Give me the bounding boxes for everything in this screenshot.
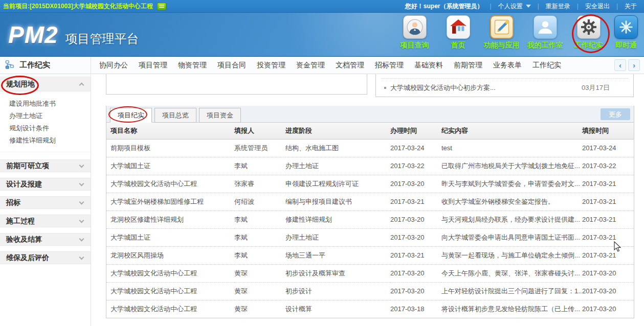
topbar: 当前项目:[2015DX01003]大学城校园文化活动中心工程 您好！super… (0, 0, 644, 13)
table-row[interactable]: 大学城国土证 李斌 办理土地证 2017-03-22 已取得广州市地税局关于大学… (106, 157, 634, 175)
table-row[interactable]: 大学城国土证 李斌 办理土地证 2017-03-20 向大学城管委会申请出具同意… (106, 228, 634, 246)
shortcut-project-query[interactable]: 项目查询 (393, 15, 436, 50)
sidebar-group-design[interactable]: 设计及报建 (0, 178, 91, 191)
shortcut-messenger[interactable]: 即时通 (610, 15, 642, 50)
table-row[interactable]: 龙洞校区风雨操场 李斌 场地三通一平 2017-03-21 与黄琛一起看现场，与… (106, 246, 634, 264)
cell-stage: 办理土地证 (285, 157, 390, 175)
chevron-down-icon (79, 199, 84, 204)
cell-handle-date: 2017-03-18 (390, 300, 441, 318)
shortcut-functions[interactable]: 功能与应用 (480, 15, 523, 50)
nav-item[interactable]: 前期管理 (454, 61, 482, 70)
personal-settings-link[interactable]: 个人设置 (498, 2, 531, 11)
tab-project-overview[interactable]: 项目总览 (154, 108, 196, 123)
cell-stage: 设计概算 (285, 300, 390, 318)
tab-project-funds[interactable]: 项目资金 (199, 108, 241, 123)
cell-report-date: 2017-03-21 (582, 211, 634, 228)
shortcut-work-record[interactable]: 工作纪实 (567, 15, 610, 50)
cell-report-date: 2017-03-20 (582, 264, 634, 282)
sidebar-group-feasibility[interactable]: 前期可研立项 (0, 159, 91, 172)
shortcut-my-workspace[interactable]: 我的工作室 (523, 15, 567, 50)
module-navbar: 协同办公项目管理物资管理项目合同投资管理资金管理文档管理招标管理基础资料前期管理… (91, 57, 644, 74)
cell-project-name: 大学城校园文化活动中心工程 (106, 300, 234, 318)
nav-item[interactable]: 物资管理 (178, 61, 207, 70)
cell-report-date: 2017-03-24 (582, 139, 634, 157)
safe-logout-link[interactable]: 安全退出 (585, 2, 610, 11)
notice-item[interactable]: 大学城校园文化活动中心初步方案... 03月17日 (381, 78, 628, 97)
cell-report-date: 2017-03-20 (582, 300, 634, 318)
cell-project-name: 龙洞校区风雨操场 (106, 246, 234, 264)
cell-reporter: 系统管理员 (234, 139, 285, 157)
nav-item[interactable]: 项目合同 (217, 61, 246, 70)
cell-handle-date: 2017-03-20 (390, 264, 441, 282)
tab-project-record[interactable]: 项目纪实 (110, 108, 152, 123)
cell-stage: 办理土地证 (285, 228, 390, 246)
project-switch-icon[interactable] (157, 3, 166, 10)
top-left-panel (106, 74, 367, 95)
cell-project-name: 前期项目模板 (106, 139, 234, 157)
cell-project-name: 大学城校园文化活动中心工程 (106, 282, 234, 300)
sidebar-subitem[interactable]: 修建性详细规划 (0, 134, 91, 147)
col-record-content: 纪实内容 (441, 123, 582, 139)
nav-item[interactable]: 基础资料 (414, 61, 443, 70)
table-row[interactable]: 大学城校园文化活动中心工程 黄琛 初步设计 2017-03-20 上午对轻纺设计… (106, 282, 634, 300)
relogin-link[interactable]: 重新登录 (546, 2, 570, 11)
cell-record-content: 与天河规划局经办联系，经办要求设计提供建... (441, 211, 582, 228)
sidebar-group-planning-land[interactable]: 规划用地 (0, 77, 91, 91)
shortcut-home[interactable]: 首页 (436, 15, 480, 50)
cell-record-content: 上午对轻纺设计院提出三个问题进行了回复：1... (441, 282, 582, 300)
nav-next-button[interactable]: › (628, 59, 640, 71)
nav-item[interactable]: 投资管理 (257, 61, 285, 70)
col-project-name: 项目名称 (106, 123, 234, 139)
cell-handle-date: 2017-03-20 (390, 228, 441, 246)
nav-item[interactable]: 业务表单 (493, 61, 522, 70)
shortcut-label: 工作纪实 (574, 41, 603, 50)
gear-icon (577, 15, 601, 39)
cell-record-content: 与黄琛一起看现场，与施工单位确定余土倾倒... (441, 246, 582, 264)
nav-item[interactable]: 工作纪实 (532, 61, 561, 70)
nav-item[interactable]: 项目管理 (139, 61, 167, 70)
sidebar-group-bidding[interactable]: 招标 (0, 196, 91, 209)
nav-item[interactable]: 协同办公 (99, 61, 128, 70)
nav-item[interactable]: 招标管理 (375, 61, 404, 70)
table-header-row: 项目名称 填报人 进度阶段 办理时间 纪实内容 填报时间 (106, 123, 634, 139)
sidebar-group-construction[interactable]: 施工过程 (0, 215, 91, 227)
chevron-down-icon (526, 5, 531, 8)
table-row[interactable]: 大学城室外钢楼梯加固维修工程 何绍波 编制与申报项目建议书 2017-03-21… (106, 193, 634, 211)
chevron-up-icon (79, 83, 84, 88)
cell-stage: 初步设计 (285, 282, 390, 300)
bullet-icon (384, 87, 386, 89)
tree-icon (5, 60, 15, 71)
cell-project-name: 大学城校园文化活动中心工程 (106, 175, 234, 193)
sidebar-subitem[interactable]: 办理土地证 (0, 110, 91, 122)
table-row[interactable]: 前期项目模板 系统管理员 结构、水电施工图 2017-03-24 test 20… (106, 139, 634, 157)
sidebar-subitem[interactable]: 建设用地批准书 (0, 98, 91, 110)
cell-record-content: 收到大学城室外钢楼梯安全鉴定报告。 (441, 193, 582, 211)
nav-item[interactable]: 资金管理 (296, 61, 325, 70)
notice-text[interactable]: 大学城校园文化活动中心初步方案... (390, 83, 496, 92)
table-row[interactable]: 大学城校园文化活动中心工程 张家睿 申领建设工程规划许可证 2017-03-20… (106, 175, 634, 193)
cell-report-date: 2017-03-21 (582, 228, 634, 246)
sidebar-subitem[interactable]: 规划设计条件 (0, 122, 91, 134)
cell-handle-date: 2017-03-20 (390, 211, 441, 228)
nav-prev-button[interactable]: ‹ (614, 59, 626, 71)
nav-item[interactable]: 文档管理 (336, 61, 364, 70)
cell-handle-date: 2017-03-21 (390, 193, 441, 211)
table-row[interactable]: 大学城校园文化活动中心工程 黄琛 初步设计及概算审查 2017-03-20 今天… (106, 264, 634, 282)
header-shortcuts: 项目查询 首页 功能与应用 我的工作室 (393, 15, 642, 50)
cell-reporter: 李斌 (234, 228, 285, 246)
more-button[interactable]: 更多 (601, 108, 630, 120)
about-link[interactable]: 关于 (625, 2, 637, 11)
table-row[interactable]: 大学城校园文化活动中心工程 黄琛 设计概算 2017-03-18 将设计概算初步… (106, 300, 634, 318)
pm2-app: 当前项目:[2015DX01003]大学城校园文化活动中心工程 您好！super… (0, 0, 644, 326)
shortcut-label: 即时通 (615, 41, 637, 50)
sidebar-subitems: 建设用地批准书办理土地证规划设计条件修建性详细规划 (0, 91, 91, 152)
tab-strip: 项目纪实 项目总览 项目资金 更多 (106, 106, 634, 123)
table-row[interactable]: 龙洞校区修建性详细规划 李斌 修建性详细规划 2017-03-20 与天河规划局… (106, 211, 634, 228)
sidebar-group-acceptance[interactable]: 验收及结算 (0, 233, 91, 246)
cell-reporter: 黄琛 (234, 264, 285, 282)
chevron-down-icon (79, 236, 84, 241)
sidebar-group-maintenance[interactable]: 维保及后评价 (0, 251, 91, 264)
cell-report-date: 2017-03-21 (582, 246, 634, 264)
cell-project-name: 大学城室外钢楼梯加固维修工程 (106, 193, 234, 211)
cell-stage: 结构、水电施工图 (285, 139, 390, 157)
